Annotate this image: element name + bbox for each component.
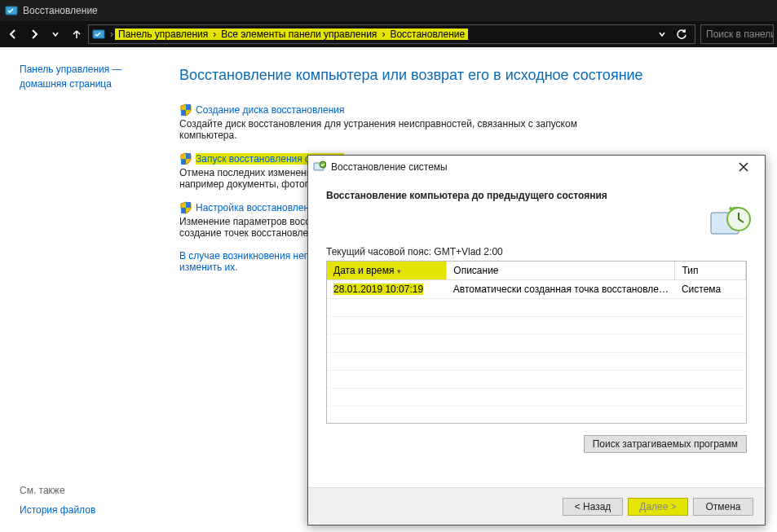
search-input[interactable]: Поиск в панели: [700, 24, 774, 44]
table-row: [327, 317, 746, 335]
address-dropdown-button[interactable]: [652, 24, 672, 44]
table-row: [327, 353, 746, 371]
recovery-icon: [5, 4, 18, 17]
table-row: [327, 371, 746, 389]
restore-point-date: 28.01.2019 10:07:19: [333, 284, 423, 295]
restore-point-type: Система: [675, 280, 746, 299]
shield-icon: [179, 103, 192, 117]
shield-icon: [179, 201, 192, 214]
restore-point-description: Автоматически созданная точка восстановл…: [447, 280, 675, 299]
column-header-type[interactable]: Тип: [675, 262, 746, 280]
cancel-button[interactable]: Отмена: [693, 498, 753, 516]
address-bar[interactable]: › Панель управления › Все элементы панел…: [88, 24, 695, 44]
close-button[interactable]: [727, 157, 760, 177]
shield-icon: [179, 152, 192, 165]
svg-rect-4: [186, 153, 191, 159]
restore-clock-icon: [706, 203, 752, 248]
table-row: [327, 389, 746, 407]
restore-points-table[interactable]: Дата и время▾ Описание Тип 28.01.2019 10…: [327, 262, 746, 407]
chevron-right-icon: ›: [211, 29, 218, 40]
svg-rect-6: [186, 202, 191, 208]
nav-recent-dropdown[interactable]: [46, 24, 65, 44]
svg-rect-7: [181, 208, 186, 213]
chevron-right-icon: ›: [380, 29, 386, 40]
timezone-label: Текущий часовой пояс: GMT+Vlad 2:00: [326, 246, 747, 257]
see-also-heading: См. также: [20, 485, 95, 496]
column-header-date[interactable]: Дата и время▾: [327, 262, 447, 280]
control-panel-home-link[interactable]: Панель управления — домашняя страница: [20, 62, 155, 91]
system-restore-icon: [313, 160, 326, 174]
create-recovery-drive-desc: Создайте диск восстановления для устране…: [179, 118, 620, 141]
nav-up-button[interactable]: [67, 24, 86, 44]
column-header-description[interactable]: Описание: [447, 262, 675, 280]
svg-rect-5: [181, 159, 186, 165]
page-heading: Восстановление компьютера или возврат ег…: [179, 67, 753, 84]
refresh-button[interactable]: [672, 24, 691, 44]
dialog-heading: Восстановление компьютера до предыдущего…: [326, 190, 747, 201]
nav-forward-button[interactable]: [24, 24, 44, 44]
window-title: Восстановление: [23, 5, 98, 16]
breadcrumb-root[interactable]: Панель управления: [115, 29, 211, 40]
sort-descending-icon: ▾: [394, 267, 401, 275]
system-restore-dialog: Восстановление системы Восстановление ко…: [307, 155, 766, 525]
svg-rect-2: [186, 104, 191, 110]
breadcrumb-leaf[interactable]: Восстановление: [386, 29, 468, 40]
search-placeholder: Поиск в панели: [706, 29, 774, 40]
chevron-right-icon: ›: [108, 29, 115, 40]
nav-back-button[interactable]: [3, 24, 23, 44]
table-row: [327, 335, 746, 353]
next-button[interactable]: Далее >: [628, 498, 688, 516]
create-recovery-drive-link[interactable]: Создание диска восстановления: [196, 104, 345, 116]
svg-rect-3: [181, 110, 186, 116]
back-button[interactable]: < Назад: [563, 498, 623, 516]
breadcrumb-mid[interactable]: Все элементы панели управления: [218, 29, 380, 40]
table-row[interactable]: 28.01.2019 10:07:19 Автоматически создан…: [327, 280, 746, 299]
dialog-title: Восстановление системы: [331, 161, 448, 173]
table-row: [327, 299, 746, 317]
recovery-icon: [92, 28, 105, 41]
file-history-link[interactable]: История файлов: [20, 503, 95, 517]
scan-affected-programs-button[interactable]: Поиск затрагиваемых программ: [584, 435, 747, 453]
